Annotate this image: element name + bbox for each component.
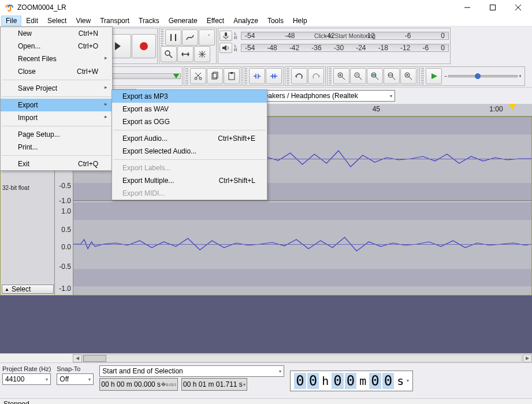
scrollbar-thumb[interactable] xyxy=(83,355,106,362)
silence-button[interactable] xyxy=(266,68,282,84)
export-menu-item[interactable]: Export as WAV xyxy=(112,103,267,115)
track-format: 32-bit float xyxy=(1,184,54,192)
project-rate-select[interactable]: 44100▾ xyxy=(2,373,51,385)
multi-tool[interactable] xyxy=(194,46,210,62)
meter-tick: -18 xyxy=(378,44,388,52)
file-menu-item[interactable]: Print... xyxy=(1,141,112,154)
lr-label: LR xyxy=(232,32,239,40)
meter-tick: -6 xyxy=(405,32,411,40)
menu-help[interactable]: Help xyxy=(288,16,312,26)
track-select-button[interactable]: ▲Select xyxy=(2,285,54,294)
status-text: Stopped. xyxy=(3,400,31,404)
menu-tools[interactable]: Tools xyxy=(263,16,288,26)
svg-rect-16 xyxy=(372,74,375,76)
file-menu-item[interactable]: CloseCtrl+W xyxy=(1,65,112,78)
playback-device-select[interactable]: Speakers / Headphones (Realtek▾ xyxy=(251,90,395,102)
menu-view[interactable]: View xyxy=(71,16,95,26)
scrollbar-track[interactable] xyxy=(83,354,522,362)
svg-point-18 xyxy=(405,73,410,77)
copy-button[interactable] xyxy=(207,68,223,84)
selection-tool[interactable] xyxy=(165,29,181,46)
meter-tick: -42 xyxy=(289,44,299,52)
undo-button[interactable] xyxy=(291,68,307,84)
menu-transport[interactable]: Transport xyxy=(95,16,134,26)
zoom-tool[interactable] xyxy=(161,46,177,62)
play-at-speed-button[interactable] xyxy=(426,68,442,84)
playback-meter[interactable]: -54 -48 -42 -36 -30 -24 -18 -12 -6 0 xyxy=(241,44,449,52)
file-menu-item[interactable]: Export▸ xyxy=(1,99,112,111)
zoom-toggle-button[interactable] xyxy=(400,68,416,84)
audio-position-display[interactable]: 00h 00m 00s▾ xyxy=(290,371,413,391)
redo-button[interactable] xyxy=(308,68,324,84)
menu-analyze[interactable]: Analyze xyxy=(229,16,263,26)
draw-tool[interactable] xyxy=(199,29,215,46)
record-button[interactable] xyxy=(132,34,156,58)
export-menu-item[interactable]: Export Audio...Ctrl+Shift+E xyxy=(112,132,267,145)
lr-label: LR xyxy=(232,44,239,52)
zoom-in-button[interactable] xyxy=(333,68,349,84)
zoom-out-button[interactable] xyxy=(350,68,366,84)
meter-tick: 0 xyxy=(441,44,445,52)
cut-button[interactable] xyxy=(190,68,206,84)
trim-button[interactable] xyxy=(249,68,265,84)
paste-button[interactable] xyxy=(224,68,240,84)
timeshift-tool[interactable] xyxy=(177,46,194,62)
empty-track-area[interactable] xyxy=(0,295,532,353)
audio-position-group: 00h 00m 00s▾ xyxy=(290,365,413,396)
waveform-channel-right[interactable] xyxy=(73,203,531,286)
export-menu-item: Export MIDI... xyxy=(112,187,267,200)
scroll-left-button[interactable]: ◀ xyxy=(73,354,82,362)
horizontal-scrollbar[interactable]: ◀ ▶ xyxy=(0,353,532,362)
minimize-button[interactable] xyxy=(455,0,480,15)
menu-edit[interactable]: Edit xyxy=(21,16,43,26)
record-meter[interactable]: -54 -48 -42 Click to Start Monitoring -1… xyxy=(241,32,449,40)
selection-end-input[interactable]: 00 h 01 m 01.711 s▾ xyxy=(181,378,247,391)
meter-tick: 0 xyxy=(441,32,445,40)
export-menu-item[interactable]: Export Multiple...Ctrl+Shift+L xyxy=(112,174,267,187)
undo-toolbar xyxy=(285,66,326,86)
meter-tick: -54 xyxy=(245,44,255,52)
file-menu-item[interactable]: NewCtrl+N xyxy=(1,27,112,40)
maximize-button[interactable] xyxy=(480,0,505,15)
selection-toolbar: Project Rate (Hz) 44100▾ Snap-To Off▾ St… xyxy=(0,362,532,398)
fit-project-button[interactable] xyxy=(384,68,400,84)
file-menu-item[interactable]: Page Setup... xyxy=(1,128,112,141)
file-menu-item[interactable]: Import▸ xyxy=(1,111,112,124)
mic-icon[interactable] xyxy=(220,31,232,41)
menu-file[interactable]: File xyxy=(1,16,21,26)
envelope-tool[interactable] xyxy=(182,29,198,46)
meter-tick: -24 xyxy=(356,44,366,52)
project-rate-label: Project Rate (Hz) xyxy=(2,365,51,372)
monitoring-prompt[interactable]: Click to Start Monitoring xyxy=(293,32,396,39)
menu-tracks[interactable]: Tracks xyxy=(134,16,164,26)
svg-point-8 xyxy=(199,77,202,80)
export-menu-item[interactable]: Export as OGG xyxy=(112,115,267,128)
play-speed-toolbar: −+ xyxy=(419,66,525,86)
file-menu-item[interactable]: Save Project▸ xyxy=(1,82,112,95)
export-menu-item[interactable]: Export Selected Audio... xyxy=(112,145,267,158)
meter-tick: -6 xyxy=(423,44,429,52)
fit-selection-button[interactable] xyxy=(367,68,383,84)
play-speed-slider[interactable]: −+ xyxy=(448,75,518,77)
export-menu-item[interactable]: Export as MP3 xyxy=(112,90,267,103)
speaker-icon[interactable] xyxy=(220,43,232,53)
selection-start-input[interactable]: 00 h 00 m 00.000 s�ององ xyxy=(99,378,178,391)
menu-generate[interactable]: Generate xyxy=(164,16,202,26)
svg-point-14 xyxy=(355,73,359,77)
meter-tick: -48 xyxy=(267,44,277,52)
selection-mode-select[interactable]: Start and End of Selection▾ xyxy=(99,365,284,377)
scroll-right-button[interactable]: ▶ xyxy=(523,354,532,362)
scrub-marker-icon xyxy=(173,74,179,78)
close-button[interactable] xyxy=(505,0,531,15)
svg-rect-9 xyxy=(212,73,217,79)
edit-toolbar xyxy=(184,66,241,86)
play-cursor-icon[interactable] xyxy=(509,104,516,110)
snap-to-select[interactable]: Off▾ xyxy=(57,373,94,385)
file-menu-item[interactable]: Recent Files▸ xyxy=(1,53,112,65)
meter-tick: -36 xyxy=(311,44,321,52)
file-menu-item[interactable]: Open...Ctrl+O xyxy=(1,40,112,53)
menu-select[interactable]: Select xyxy=(43,16,71,26)
file-menu-item[interactable]: ExitCtrl+Q xyxy=(1,158,112,170)
menu-effect[interactable]: Effect xyxy=(202,16,229,26)
svg-point-7 xyxy=(195,77,197,80)
